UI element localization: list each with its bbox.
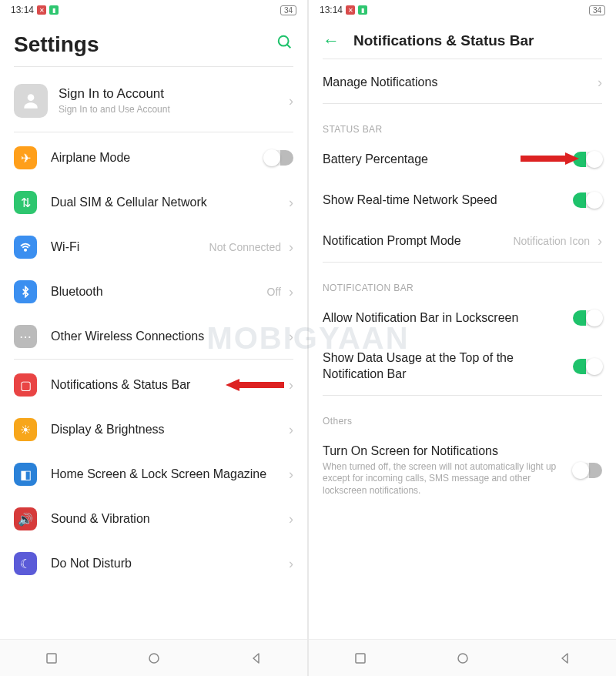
chevron-right-icon: › xyxy=(289,93,293,109)
manage-notifications-row[interactable]: Manage Notifications › xyxy=(309,62,616,103)
recent-apps-button[interactable] xyxy=(353,651,367,665)
notifications-status-bar-screen: 13:14 ✕ ▮ 34 ← Notifications & Status Ba… xyxy=(307,0,616,676)
recent-apps-button[interactable] xyxy=(45,651,59,665)
row-meta: Not Connected xyxy=(209,241,281,253)
svg-line-1 xyxy=(287,45,291,49)
row-label: Turn On Screen for Notifications xyxy=(323,443,573,460)
page-header: Settings xyxy=(0,18,307,66)
bluetooth-icon xyxy=(14,280,37,303)
home-screen-row[interactable]: ◧ Home Screen & Lock Screen Magazine › xyxy=(0,452,307,497)
chevron-right-icon: › xyxy=(289,239,293,256)
row-label: Manage Notifications xyxy=(323,75,598,91)
realtime-network-speed-row[interactable]: Show Real-time Network Speed xyxy=(309,180,616,221)
wifi-icon xyxy=(14,236,37,259)
settings-screen: 13:14 ✕ ▮ 34 Settings Sign In to Account… xyxy=(0,0,307,676)
row-meta: Notification Icon xyxy=(513,235,590,247)
section-header-notification-bar: NOTIFICATION BAR xyxy=(309,266,616,298)
section-header-others: Others xyxy=(309,399,616,431)
chevron-right-icon: › xyxy=(289,556,293,572)
row-label: Other Wireless Connections xyxy=(51,329,289,345)
chevron-right-icon: › xyxy=(289,284,293,300)
chevron-right-icon: › xyxy=(289,511,293,527)
navigation-bar xyxy=(309,639,616,676)
page-title: Settings xyxy=(14,32,99,57)
network-speed-toggle[interactable] xyxy=(573,192,602,208)
other-wireless-row[interactable]: ⋯ Other Wireless Connections › xyxy=(0,314,307,359)
row-label: Battery Percentage xyxy=(323,152,573,168)
chevron-right-icon: › xyxy=(598,75,602,91)
battery-badge: 34 xyxy=(589,5,605,15)
allow-notification-lockscreen-row[interactable]: Allow Notification Bar in Lockscreen xyxy=(309,298,616,339)
notification-icon: ▢ xyxy=(14,373,37,397)
row-label: Sound & Vibration xyxy=(51,511,289,527)
chevron-right-icon: › xyxy=(289,467,293,483)
airplane-mode-row[interactable]: ✈ Airplane Mode xyxy=(0,136,307,180)
dnd-icon: ☾ xyxy=(14,552,37,575)
row-subtitle: When turned off, the screen will not aut… xyxy=(323,461,573,497)
page-title: Notifications & Status Bar xyxy=(353,32,534,49)
row-label: Show Real-time Network Speed xyxy=(323,192,573,209)
chevron-right-icon: › xyxy=(289,329,293,345)
row-label: Show Data Usage at the Top of the Notifi… xyxy=(323,350,573,383)
row-meta: Off xyxy=(267,286,281,298)
row-label: Bluetooth xyxy=(51,284,267,300)
turn-on-screen-toggle[interactable] xyxy=(573,463,602,478)
sim-icon: ⇅ xyxy=(14,191,37,214)
navigation-bar xyxy=(0,639,307,676)
notifications-status-bar-row[interactable]: ▢ Notifications & Status Bar › xyxy=(0,363,307,407)
row-label: Wi-Fi xyxy=(51,239,209,256)
battery-badge: 34 xyxy=(280,5,296,15)
airplane-toggle[interactable] xyxy=(264,150,293,166)
status-indicator-icon: ✕ xyxy=(346,5,355,15)
chevron-right-icon: › xyxy=(289,377,293,393)
status-bar: 13:14 ✕ ▮ 34 xyxy=(309,0,616,18)
brightness-icon: ☀ xyxy=(14,418,37,441)
svg-point-9 xyxy=(458,654,467,663)
status-indicator-icon: ✕ xyxy=(37,5,46,15)
notification-prompt-mode-row[interactable]: Notification Prompt Mode Notification Ic… xyxy=(309,221,616,262)
row-label: Do Not Disturb xyxy=(51,556,289,572)
svg-rect-8 xyxy=(356,654,365,663)
row-label: Allow Notification Bar in Lockscreen xyxy=(323,310,573,326)
dual-sim-row[interactable]: ⇅ Dual SIM & Cellular Network › xyxy=(0,180,307,225)
section-header-status-bar: STATUS BAR xyxy=(309,107,616,139)
airplane-icon: ✈ xyxy=(14,146,37,169)
allow-lockscreen-toggle[interactable] xyxy=(573,310,602,326)
svg-rect-5 xyxy=(47,654,56,663)
do-not-disturb-row[interactable]: ☾ Do Not Disturb › xyxy=(0,541,307,586)
home-button[interactable] xyxy=(456,651,470,665)
svg-point-6 xyxy=(149,654,159,663)
row-label: Display & Brightness xyxy=(51,422,289,438)
account-subtitle: Sign In to and Use Account xyxy=(59,104,289,116)
status-indicator-icon: ▮ xyxy=(358,5,367,15)
display-brightness-row[interactable]: ☀ Display & Brightness › xyxy=(0,407,307,452)
row-label: Notification Prompt Mode xyxy=(323,233,513,249)
wifi-row[interactable]: Wi-Fi Not Connected › xyxy=(0,225,307,269)
chevron-right-icon: › xyxy=(289,195,293,211)
svg-point-3 xyxy=(25,249,26,251)
svg-point-2 xyxy=(28,94,35,101)
data-usage-toggle[interactable] xyxy=(573,359,602,374)
page-header: ← Notifications & Status Bar xyxy=(309,18,616,59)
home-button[interactable] xyxy=(147,651,161,665)
home-screen-icon: ◧ xyxy=(14,463,37,486)
battery-percentage-row[interactable]: Battery Percentage xyxy=(309,139,616,180)
account-title: Sign In to Account xyxy=(59,85,289,102)
status-indicator-icon: ▮ xyxy=(49,5,59,15)
turn-on-screen-row[interactable]: Turn On Screen for Notifications When tu… xyxy=(309,431,616,510)
battery-percentage-toggle[interactable] xyxy=(573,152,602,167)
sound-vibration-row[interactable]: 🔊 Sound & Vibration › xyxy=(0,497,307,541)
chevron-right-icon: › xyxy=(289,422,293,438)
bluetooth-row[interactable]: Bluetooth Off › xyxy=(0,269,307,314)
data-usage-top-row[interactable]: Show Data Usage at the Top of the Notifi… xyxy=(309,338,616,395)
back-arrow-icon[interactable]: ← xyxy=(323,31,340,51)
back-button[interactable] xyxy=(558,651,572,665)
status-time: 13:14 xyxy=(11,5,34,15)
chevron-right-icon: › xyxy=(598,233,602,249)
status-time: 13:14 xyxy=(320,5,343,15)
back-button[interactable] xyxy=(249,651,263,665)
row-label: Dual SIM & Cellular Network xyxy=(51,195,289,211)
more-icon: ⋯ xyxy=(14,325,37,348)
search-icon[interactable] xyxy=(276,34,293,55)
account-row[interactable]: Sign In to Account Sign In to and Use Ac… xyxy=(0,70,307,132)
